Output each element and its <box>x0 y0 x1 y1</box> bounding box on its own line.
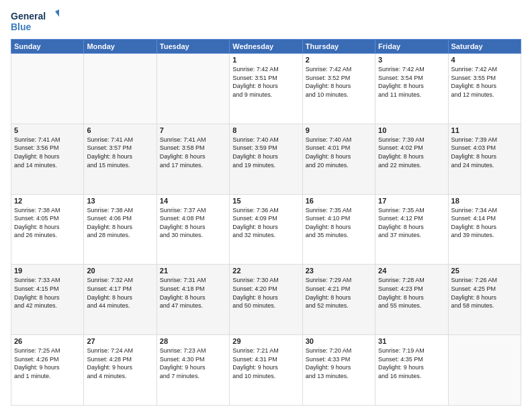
day-info: Sunrise: 7:19 AM Sunset: 4:35 PM Dayligh… <box>378 347 445 380</box>
day-number: 15 <box>232 197 299 205</box>
day-info: Sunrise: 7:34 AM Sunset: 4:14 PM Dayligh… <box>451 206 518 240</box>
day-info: Sunrise: 7:30 AM Sunset: 4:20 PM Dayligh… <box>232 276 299 310</box>
day-number: 17 <box>378 197 445 205</box>
calendar-cell <box>84 54 157 124</box>
calendar-cell: 18Sunrise: 7:34 AM Sunset: 4:14 PM Dayli… <box>448 194 521 265</box>
calendar-cell: 20Sunrise: 7:32 AM Sunset: 4:17 PM Dayli… <box>84 265 157 335</box>
weekday-wednesday: Wednesday <box>230 40 302 54</box>
svg-text:General: General <box>11 11 46 21</box>
logo: General Blue <box>11 8 59 34</box>
day-number: 3 <box>378 56 445 64</box>
day-number: 18 <box>451 197 518 205</box>
calendar-cell <box>11 54 84 124</box>
day-number: 29 <box>232 337 299 345</box>
day-number: 14 <box>160 197 226 205</box>
day-number: 16 <box>306 197 372 205</box>
calendar-cell <box>157 54 229 124</box>
day-number: 20 <box>87 267 153 275</box>
week-row-1: 5Sunrise: 7:41 AM Sunset: 3:56 PM Daylig… <box>11 124 521 194</box>
calendar-cell: 25Sunrise: 7:26 AM Sunset: 4:25 PM Dayli… <box>448 265 521 335</box>
calendar-cell: 22Sunrise: 7:30 AM Sunset: 4:20 PM Dayli… <box>230 265 302 335</box>
day-info: Sunrise: 7:40 AM Sunset: 3:59 PM Dayligh… <box>232 136 299 169</box>
day-number: 24 <box>378 267 445 275</box>
day-number: 12 <box>14 197 81 205</box>
day-info: Sunrise: 7:38 AM Sunset: 4:05 PM Dayligh… <box>14 206 81 240</box>
calendar-cell: 31Sunrise: 7:19 AM Sunset: 4:35 PM Dayli… <box>375 335 448 406</box>
calendar-cell: 8Sunrise: 7:40 AM Sunset: 3:59 PM Daylig… <box>230 124 302 194</box>
day-info: Sunrise: 7:37 AM Sunset: 4:08 PM Dayligh… <box>160 206 226 240</box>
calendar-cell: 1Sunrise: 7:42 AM Sunset: 3:51 PM Daylig… <box>230 54 302 124</box>
page: General Blue SundayMondayTuesdayWednesda… <box>0 0 532 411</box>
calendar-cell: 12Sunrise: 7:38 AM Sunset: 4:05 PM Dayli… <box>11 194 84 265</box>
day-info: Sunrise: 7:40 AM Sunset: 4:01 PM Dayligh… <box>306 136 372 169</box>
calendar-cell: 13Sunrise: 7:38 AM Sunset: 4:06 PM Dayli… <box>84 194 157 265</box>
day-number: 10 <box>378 126 445 134</box>
calendar-cell: 11Sunrise: 7:39 AM Sunset: 4:03 PM Dayli… <box>448 124 521 194</box>
day-number: 21 <box>160 267 226 275</box>
weekday-header-row: SundayMondayTuesdayWednesdayThursdayFrid… <box>11 40 521 54</box>
day-number: 8 <box>232 126 299 134</box>
day-number: 19 <box>14 267 81 275</box>
day-number: 26 <box>14 337 81 345</box>
weekday-thursday: Thursday <box>302 40 375 54</box>
weekday-sunday: Sunday <box>11 40 84 54</box>
weekday-friday: Friday <box>375 40 448 54</box>
day-number: 7 <box>160 126 226 134</box>
day-info: Sunrise: 7:33 AM Sunset: 4:15 PM Dayligh… <box>14 276 81 310</box>
calendar-cell: 29Sunrise: 7:21 AM Sunset: 4:31 PM Dayli… <box>230 335 302 406</box>
day-number: 13 <box>87 197 153 205</box>
calendar-cell: 5Sunrise: 7:41 AM Sunset: 3:56 PM Daylig… <box>11 124 84 194</box>
day-info: Sunrise: 7:35 AM Sunset: 4:10 PM Dayligh… <box>306 206 372 240</box>
day-number: 6 <box>87 126 153 134</box>
day-number: 27 <box>87 337 153 345</box>
day-info: Sunrise: 7:42 AM Sunset: 3:55 PM Dayligh… <box>451 65 518 99</box>
day-info: Sunrise: 7:42 AM Sunset: 3:54 PM Dayligh… <box>378 65 445 99</box>
calendar-cell: 21Sunrise: 7:31 AM Sunset: 4:18 PM Dayli… <box>157 265 229 335</box>
calendar-cell: 26Sunrise: 7:25 AM Sunset: 4:26 PM Dayli… <box>11 335 84 406</box>
calendar-cell: 23Sunrise: 7:29 AM Sunset: 4:21 PM Dayli… <box>302 265 375 335</box>
weekday-monday: Monday <box>84 40 157 54</box>
day-number: 31 <box>378 337 445 345</box>
day-info: Sunrise: 7:31 AM Sunset: 4:18 PM Dayligh… <box>160 276 226 310</box>
day-info: Sunrise: 7:39 AM Sunset: 4:03 PM Dayligh… <box>451 136 518 169</box>
day-number: 9 <box>306 126 372 134</box>
day-info: Sunrise: 7:42 AM Sunset: 3:51 PM Dayligh… <box>232 65 299 99</box>
day-info: Sunrise: 7:24 AM Sunset: 4:28 PM Dayligh… <box>87 347 153 380</box>
calendar-cell <box>448 335 521 406</box>
day-info: Sunrise: 7:41 AM Sunset: 3:58 PM Dayligh… <box>160 136 226 169</box>
day-info: Sunrise: 7:29 AM Sunset: 4:21 PM Dayligh… <box>306 276 372 310</box>
day-info: Sunrise: 7:21 AM Sunset: 4:31 PM Dayligh… <box>232 347 299 380</box>
day-info: Sunrise: 7:36 AM Sunset: 4:09 PM Dayligh… <box>232 206 299 240</box>
week-row-0: 1Sunrise: 7:42 AM Sunset: 3:51 PM Daylig… <box>11 54 521 124</box>
week-row-2: 12Sunrise: 7:38 AM Sunset: 4:05 PM Dayli… <box>11 194 521 265</box>
weekday-saturday: Saturday <box>448 40 521 54</box>
svg-text:Blue: Blue <box>11 21 32 32</box>
day-info: Sunrise: 7:35 AM Sunset: 4:12 PM Dayligh… <box>378 206 445 240</box>
day-info: Sunrise: 7:25 AM Sunset: 4:26 PM Dayligh… <box>14 347 81 380</box>
calendar-cell: 19Sunrise: 7:33 AM Sunset: 4:15 PM Dayli… <box>11 265 84 335</box>
header: General Blue <box>11 8 521 34</box>
day-number: 22 <box>232 267 299 275</box>
day-number: 5 <box>14 126 81 134</box>
day-number: 25 <box>451 267 518 275</box>
day-info: Sunrise: 7:42 AM Sunset: 3:52 PM Dayligh… <box>306 65 372 99</box>
day-number: 30 <box>306 337 372 345</box>
day-number: 4 <box>451 56 518 64</box>
calendar-cell: 16Sunrise: 7:35 AM Sunset: 4:10 PM Dayli… <box>302 194 375 265</box>
calendar-cell: 27Sunrise: 7:24 AM Sunset: 4:28 PM Dayli… <box>84 335 157 406</box>
calendar-cell: 7Sunrise: 7:41 AM Sunset: 3:58 PM Daylig… <box>157 124 229 194</box>
calendar-cell: 9Sunrise: 7:40 AM Sunset: 4:01 PM Daylig… <box>302 124 375 194</box>
day-info: Sunrise: 7:38 AM Sunset: 4:06 PM Dayligh… <box>87 206 153 240</box>
calendar-table: SundayMondayTuesdayWednesdayThursdayFrid… <box>11 39 521 406</box>
day-info: Sunrise: 7:26 AM Sunset: 4:25 PM Dayligh… <box>451 276 518 310</box>
week-row-3: 19Sunrise: 7:33 AM Sunset: 4:15 PM Dayli… <box>11 265 521 335</box>
calendar-cell: 10Sunrise: 7:39 AM Sunset: 4:02 PM Dayli… <box>375 124 448 194</box>
calendar-cell: 6Sunrise: 7:41 AM Sunset: 3:57 PM Daylig… <box>84 124 157 194</box>
svg-marker-2 <box>55 9 59 17</box>
day-info: Sunrise: 7:41 AM Sunset: 3:56 PM Dayligh… <box>14 136 81 169</box>
day-info: Sunrise: 7:28 AM Sunset: 4:23 PM Dayligh… <box>378 276 445 310</box>
calendar-cell: 15Sunrise: 7:36 AM Sunset: 4:09 PM Dayli… <box>230 194 302 265</box>
day-info: Sunrise: 7:41 AM Sunset: 3:57 PM Dayligh… <box>87 136 153 169</box>
calendar-cell: 17Sunrise: 7:35 AM Sunset: 4:12 PM Dayli… <box>375 194 448 265</box>
day-info: Sunrise: 7:39 AM Sunset: 4:02 PM Dayligh… <box>378 136 445 169</box>
